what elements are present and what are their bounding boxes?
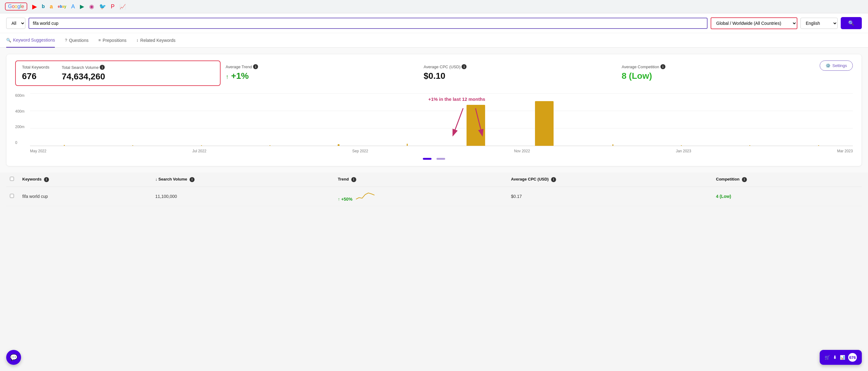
chart-canvas <box>30 93 853 146</box>
chart-bar-may2022 <box>30 93 98 146</box>
tabs-row: 🔍 Keyword Suggestions ? Questions ≡ Prep… <box>0 33 868 48</box>
appstore-tab[interactable]: A <box>71 3 75 10</box>
avg-trend-label: Average Trend i <box>225 64 417 69</box>
browser-tab-bar: Google ▶ b a ebay A ▶ ◉ 🐦 P 📈 <box>0 0 868 13</box>
chart-bar-jun2022 <box>98 93 167 146</box>
avg-competition-label: Average Competition i <box>622 64 813 69</box>
row-competition-cell: 4 (Low) <box>712 187 862 206</box>
avg-cpc-info-icon[interactable]: i <box>462 64 467 69</box>
stats-section: Total Keywords 676 Total Search Volume i… <box>0 48 868 172</box>
related-tab-icon: ↕ <box>136 38 138 42</box>
avg-cpc-col-info-icon[interactable]: i <box>551 177 556 182</box>
search-volume-col-info-icon[interactable]: i <box>190 177 194 182</box>
google-tab[interactable]: Google <box>5 2 27 10</box>
stat-block-avg-cpc: Average CPC (USD) i $0.10 <box>424 60 622 81</box>
stats-top-row: Total Keywords 676 Total Search Volume i… <box>15 60 853 86</box>
google-icon: Google <box>8 4 24 9</box>
tab-keyword-suggestions-label: Keyword Suggestions <box>13 37 55 42</box>
total-search-volume-label: Total Search Volume i <box>62 65 105 70</box>
tab-keyword-suggestions[interactable]: 🔍 Keyword Suggestions <box>6 33 55 48</box>
youtube-tab[interactable]: ▶ <box>32 3 37 10</box>
col-search-volume-header: ↓ Search Volume i <box>152 172 334 187</box>
col-competition-header: Competition i <box>712 172 862 187</box>
search-type-select[interactable]: All <box>6 18 25 29</box>
chart-arrows <box>451 105 506 149</box>
search-input[interactable] <box>29 18 708 29</box>
bing-tab[interactable]: b <box>42 4 45 9</box>
tab-prepositions-label: Prepositions <box>102 38 126 43</box>
chart-bar-feb2023 <box>647 93 716 146</box>
avg-trend-info-icon[interactable]: i <box>253 64 258 69</box>
tab-questions-label: Questions <box>69 38 89 43</box>
twitter-tab[interactable]: 🐦 <box>99 3 106 10</box>
legend-dot-secondary <box>436 158 445 160</box>
avg-cpc-value: $0.10 <box>424 71 616 81</box>
pinterest-tab[interactable]: P <box>111 3 115 10</box>
select-all-checkbox[interactable] <box>10 177 14 181</box>
chart-bar-aug2022 <box>236 93 304 146</box>
search-volume-info-icon[interactable]: i <box>100 65 105 70</box>
total-keywords-block: Total Keywords 676 <box>22 65 49 82</box>
search-button[interactable]: 🔍 <box>841 17 862 29</box>
instagram-tab[interactable]: ◉ <box>89 3 94 10</box>
avg-trend-value: ↑ +1% <box>225 71 417 81</box>
googleplay-tab[interactable]: ▶ <box>80 3 84 10</box>
keywords-info-icon[interactable]: i <box>44 177 49 182</box>
settings-button[interactable]: ⚙️ Settings <box>820 60 853 71</box>
svg-line-0 <box>454 108 463 133</box>
row-cpc-cell: $0.17 <box>507 187 712 206</box>
chart-bar-mar2023 <box>716 93 784 146</box>
keywords-table: Keywords i ↓ Search Volume i Trend i Ave… <box>6 172 862 206</box>
col-trend-header: Trend i <box>334 172 507 187</box>
total-keywords-value: 676 <box>22 72 49 81</box>
col-keywords-header: Keywords i <box>19 172 152 187</box>
stat-block-avg-trend: Average Trend i ↑ +1% <box>225 60 424 81</box>
search-bar-row: All Global / Worldwide (All Countries) E… <box>0 13 868 33</box>
row-trend-cell: ↑ +50% <box>334 187 507 206</box>
table-section: Keywords i ↓ Search Volume i Trend i Ave… <box>0 172 868 212</box>
avg-competition-value: 8 (Low) <box>622 71 813 81</box>
chart-legend <box>15 158 853 160</box>
stats-card: Total Keywords 676 Total Search Volume i… <box>6 54 862 166</box>
chart-bar-jul2022 <box>167 93 236 146</box>
chart-bar-oct2022 <box>373 93 441 146</box>
trend-info-icon[interactable]: i <box>351 177 356 182</box>
total-search-volume-block: Total Search Volume i 74,634,260 <box>62 65 105 82</box>
tab-prepositions[interactable]: ≡ Prepositions <box>98 33 127 48</box>
avg-cpc-label: Average CPC (USD) i <box>424 64 616 69</box>
stat-block-highlighted: Total Keywords 676 Total Search Volume i… <box>15 60 221 86</box>
prepositions-tab-icon: ≡ <box>98 38 101 42</box>
trend-sparkline <box>356 197 374 202</box>
trend-up-icon: ↑ <box>338 197 340 202</box>
chart-y-labels: 600m 400m 200m 0 <box>15 93 30 146</box>
avg-competition-info-icon[interactable]: i <box>660 64 665 69</box>
competition-col-info-icon[interactable]: i <box>742 177 747 182</box>
chart-bars <box>30 93 853 146</box>
tab-related-keywords[interactable]: ↕ Related Keywords <box>136 33 175 48</box>
settings-icon: ⚙️ <box>826 63 831 68</box>
amazon-tab[interactable]: a <box>50 3 53 10</box>
chart-bar-jan2023 <box>579 93 647 146</box>
table-row: fifa world cup 11,100,000 ↑ +50% <box>6 187 862 206</box>
col-avg-cpc-header: Average CPC (USD) i <box>507 172 712 187</box>
row-checkbox[interactable] <box>10 194 14 198</box>
language-select[interactable]: English <box>801 18 838 29</box>
table-header-row: Keywords i ↓ Search Volume i Trend i Ave… <box>6 172 862 187</box>
tab-questions[interactable]: ? Questions <box>65 33 88 48</box>
stat-block-avg-competition: Average Competition i 8 (Low) <box>622 60 820 81</box>
chart-x-labels: May 2022 Jul 2022 Sep 2022 Nov 2022 Jan … <box>30 147 853 155</box>
total-search-volume-value: 74,634,260 <box>62 72 105 82</box>
ebay-tab[interactable]: ebay <box>58 4 66 9</box>
search-icon: 🔍 <box>848 20 855 26</box>
location-select[interactable]: Global / Worldwide (All Countries) <box>711 18 797 29</box>
chart-bar-dec2022 <box>510 93 578 146</box>
chart-bar-apr2023 <box>784 93 853 146</box>
chart-area: +1% in the last 12 months 600m 400m 200m… <box>15 93 853 155</box>
row-search-volume-cell: 11,100,000 <box>152 187 334 206</box>
tab-related-keywords-label: Related Keywords <box>140 38 176 43</box>
row-keyword-cell: fifa world cup <box>19 187 152 206</box>
svg-line-1 <box>475 108 482 133</box>
chart-bar-sep2022 <box>304 93 373 146</box>
trending-tab[interactable]: 📈 <box>120 4 126 10</box>
total-keywords-label: Total Keywords <box>22 65 49 69</box>
